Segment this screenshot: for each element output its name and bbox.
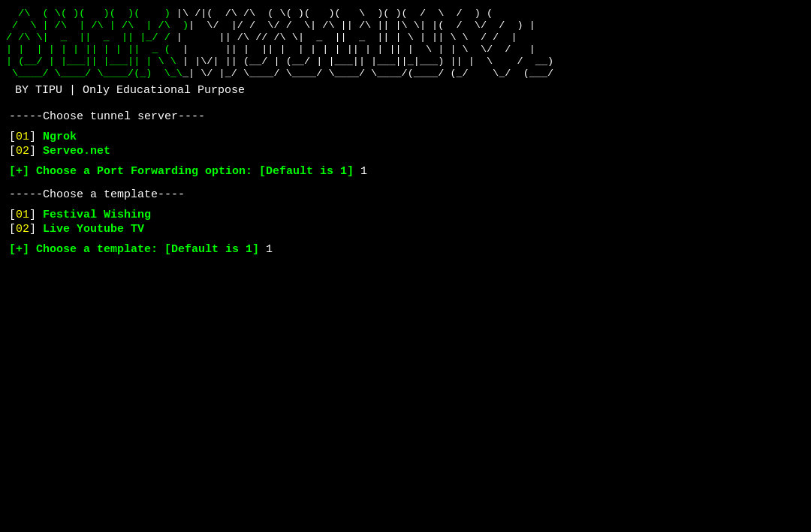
option-number-4: 02 <box>16 223 29 236</box>
template-prompt-text: [+] Choose a template: [Default is 1] <box>9 243 259 256</box>
bracket-close-1: ] <box>29 131 36 143</box>
tunnel-option-1: [01] Ngrok <box>9 131 800 143</box>
template-option-2: [02] Live Youtube TV <box>9 223 800 236</box>
bracket-close-4: ] <box>29 223 36 236</box>
ascii-art-banner: /\ ( \( )( )( )( ) |\ /|( /\ /\ ( \( )( … <box>6 8 803 80</box>
tunnel-prompt: [+] Choose a Port Forwarding option: [De… <box>9 165 800 178</box>
option-number-3: 01 <box>16 209 29 221</box>
option-number-2: 02 <box>16 145 29 158</box>
bracket-open-4: [ <box>9 223 16 236</box>
tunnel-section-divider: -----Choose tunnel server---- <box>9 110 800 123</box>
template-prompt: [+] Choose a template: [Default is 1] 1 <box>9 243 800 256</box>
tunnel-prompt-text: [+] Choose a Port Forwarding option: [De… <box>9 165 354 178</box>
option-label-1: Ngrok <box>43 131 77 143</box>
bracket-close-2: ] <box>29 145 36 158</box>
tunnel-prompt-value: 1 <box>360 165 367 178</box>
template-option-1: [01] Festival Wishing <box>9 209 800 221</box>
subtitle: BY TIPU | Only Educational Purpose <box>9 84 800 97</box>
tunnel-option-2: [02] Serveo.net <box>9 145 800 158</box>
bracket-open-3: [ <box>9 209 16 221</box>
option-label-2: Serveo.net <box>43 145 110 158</box>
option-label-4: Live Youtube TV <box>43 223 144 236</box>
terminal-window: /\ ( \( )( )( )( ) |\ /|( /\ /\ ( \( )( … <box>0 0 811 532</box>
bracket-open-1: [ <box>9 131 16 143</box>
bracket-open-2: [ <box>9 145 16 158</box>
content-area: BY TIPU | Only Educational Purpose -----… <box>6 84 803 256</box>
bracket-close-3: ] <box>29 209 36 221</box>
template-prompt-value: 1 <box>266 243 273 256</box>
option-label-3: Festival Wishing <box>43 209 151 221</box>
option-number-1: 01 <box>16 131 29 143</box>
template-section-divider: -----Choose a template---- <box>9 188 800 201</box>
